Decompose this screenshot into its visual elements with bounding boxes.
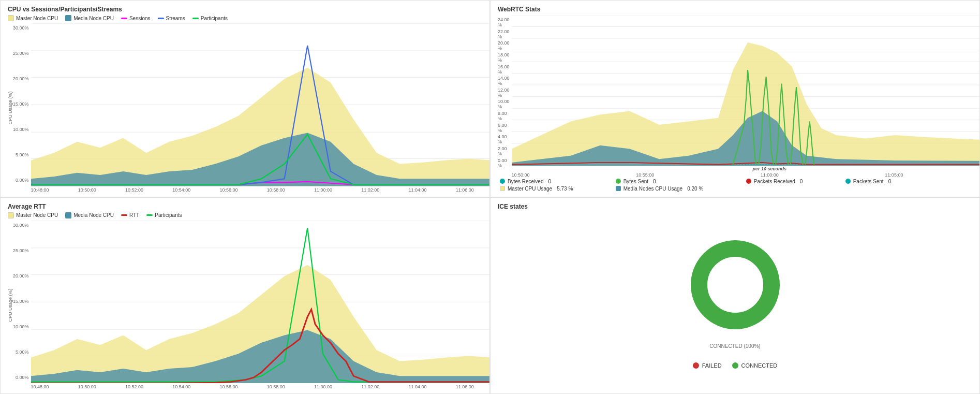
legend-media-cpu-label: Media Node CPU (73, 16, 114, 21)
ice-content: CONNECTED (100%) FAILED CONNECTED (684, 212, 787, 390)
cpu-sessions-title: CPU vs Sessions/Participants/Streams (8, 6, 482, 13)
ice-failed-label: FAILED (702, 362, 722, 369)
stat-master-cpu-label: Master CPU Usage (508, 186, 552, 192)
ice-connected-label: CONNECTED (741, 362, 778, 369)
webrtc-stats-legend: Bytes Received 0 Bytes Sent 0 Packets Re… (498, 178, 972, 193)
legend-sessions: Sessions (121, 15, 151, 21)
rtt-legend-media-label: Media Node CPU (73, 212, 114, 218)
webrtc-panel: WebRTC Stats 24.00 %22.00 %20.00 %18.00 … (490, 0, 980, 197)
rtt-legend-rtt: RTT (121, 212, 139, 218)
stat-bytes-received: Bytes Received 0 (500, 179, 610, 184)
legend-participants-label: Participants (201, 16, 228, 21)
ice-donut-label: CONNECTED (100%) (709, 343, 760, 349)
stat-media-cpu-value: 0.20 % (687, 186, 703, 192)
rtt-legend-participants-label: Participants (155, 212, 182, 218)
rtt-legend-master-label: Master Node CPU (16, 212, 58, 218)
stat-bytes-sent-label: Bytes Sent (623, 179, 648, 184)
rtt-legend-participants: Participants (146, 212, 182, 218)
legend-media-cpu: Media Node CPU (65, 15, 114, 21)
ice-title: ICE states (498, 203, 528, 210)
stat-master-cpu-value: 5.73 % (557, 186, 573, 192)
webrtc-x-axis: 10:50:0010:55:0011:00:0011:05:0011:10:00 (512, 171, 980, 178)
stat-packets-sent: Packets Sent 0 (845, 179, 928, 184)
legend-participants: Participants (192, 15, 228, 21)
webrtc-chart (512, 15, 980, 166)
ice-donut-container: CONNECTED (100%) (684, 233, 787, 337)
stat-packets-sent-value: 0 (888, 179, 892, 184)
y-left-label-cpu: CPU Usage (%) (8, 23, 13, 193)
rtt-legend-media: Media Node CPU (65, 212, 114, 218)
stat-media-cpu-label: Media Nodes CPU Usage (623, 186, 683, 192)
rtt-x-axis: 10:48:0010:50:0010:52:0010:54:0010:56:00… (31, 383, 490, 389)
stat-master-cpu: Master CPU Usage 5.73 % (500, 186, 610, 192)
cpu-sessions-chart (31, 23, 490, 186)
stat-bytes-received-label: Bytes Received (508, 179, 543, 184)
legend-master-cpu-label: Master Node CPU (16, 16, 58, 21)
rtt-chart-wrapper: CPU Usage (%) 30.00%25.00%20.00%15.00%10… (8, 221, 482, 390)
legend-streams: Streams (158, 15, 185, 21)
stat-bytes-sent: Bytes Sent 0 (616, 179, 740, 184)
ice-failed-dot (693, 362, 699, 369)
rtt-legend: Master Node CPU Media Node CPU RTT Parti… (8, 212, 482, 218)
ice-donut-chart (684, 233, 787, 337)
webrtc-chart-wrapper: 24.00 %22.00 %20.00 %18.00 %16.00 %14.00… (498, 15, 972, 178)
legend-sessions-label: Sessions (129, 16, 151, 21)
y-axis-left-rtt: 30.00%25.00%20.00%15.00%10.00%5.00%0.00% (13, 221, 31, 390)
ice-legend-connected: CONNECTED (732, 362, 778, 369)
stat-bytes-sent-value: 0 (653, 179, 656, 184)
stat-packets-received-label: Packets Received (754, 179, 795, 184)
ice-legend: FAILED CONNECTED (693, 362, 778, 369)
y-left-label-rtt: CPU Usage (%) (8, 221, 13, 390)
cpu-x-axis: 10:48:0010:50:0010:52:0010:54:0010:56:00… (31, 186, 490, 193)
cpu-sessions-panel: CPU vs Sessions/Participants/Streams Mas… (0, 0, 490, 197)
dashboard: CPU vs Sessions/Participants/Streams Mas… (0, 0, 980, 394)
ice-legend-failed: FAILED (693, 362, 722, 369)
stat-packets-received-value: 0 (800, 179, 803, 184)
stat-media-cpu: Media Nodes CPU Usage 0.20 % (616, 186, 740, 192)
rtt-panel: Average RTT Master Node CPU Media Node C… (0, 197, 490, 395)
svg-point-34 (709, 259, 761, 311)
rtt-legend-rtt-label: RTT (129, 212, 139, 218)
per-10-seconds-label: per 10 seconds (512, 166, 980, 171)
legend-master-cpu: Master Node CPU (8, 15, 58, 21)
ice-connected-dot (732, 362, 738, 369)
stat-packets-received: Packets Received 0 (746, 179, 839, 184)
y-axis-left-webrtc: 24.00 %22.00 %20.00 %18.00 %16.00 %14.00… (498, 15, 512, 178)
rtt-legend-master: Master Node CPU (8, 212, 58, 218)
rtt-chart (31, 221, 490, 384)
legend-streams-label: Streams (166, 16, 185, 21)
stat-bytes-received-value: 0 (548, 179, 551, 184)
cpu-chart-wrapper: CPU Usage (%) 30.00%25.00%20.00%15.00%10… (8, 23, 482, 193)
rtt-title: Average RTT (8, 203, 482, 210)
cpu-sessions-legend: Master Node CPU Media Node CPU Sessions … (8, 15, 482, 21)
ice-panel: ICE states CONNECTED (100%) FAILED (490, 197, 980, 395)
webrtc-title: WebRTC Stats (498, 6, 972, 13)
stat-packets-sent-label: Packets Sent (853, 179, 884, 184)
y-axis-left-cpu: 30.00%25.00%20.00%15.00%10.00%5.00%0.00% (13, 23, 31, 193)
